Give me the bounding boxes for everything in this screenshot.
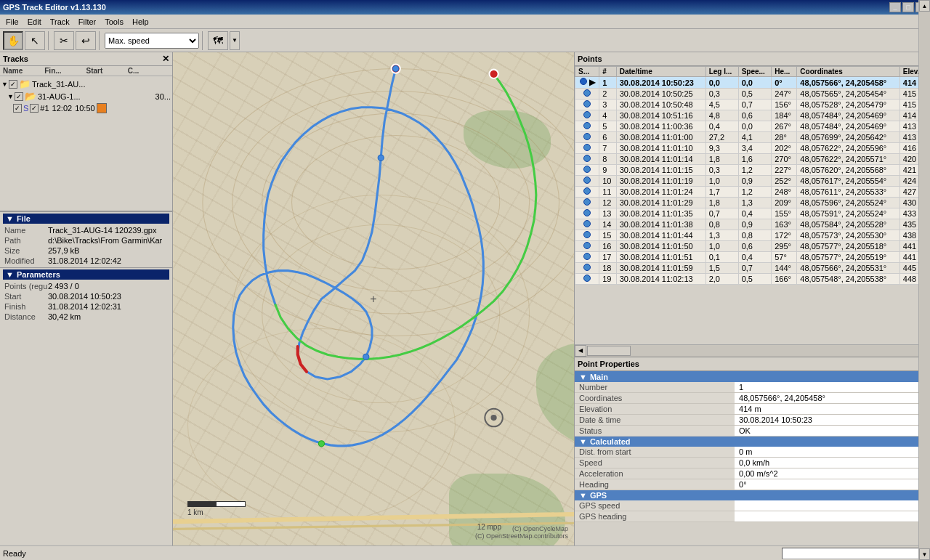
cursor-tool-button[interactable]: ↖ (25, 31, 45, 50)
params-collapse-icon: ▼ (6, 270, 14, 279)
menu-track[interactable]: Track (46, 17, 74, 27)
expand-arrow-root[interactable]: ▼ (1, 81, 8, 88)
menu-edit[interactable]: Edit (23, 17, 46, 27)
table-row[interactable]: 11 30.08.2014 11:01:24 1,7 1,2 248° 48,0… (575, 187, 930, 198)
cell-num: 17 (599, 252, 617, 263)
col-speed: Spee... (738, 67, 772, 77)
gps-section-collapse: ▼ (579, 491, 587, 500)
menu-tools[interactable]: Tools (100, 17, 128, 27)
map-scale: 1 km (187, 501, 246, 516)
table-row[interactable]: 3 30.08.2014 10:50:48 4,5 0,7 156° 48,05… (575, 100, 930, 110)
undo-tool-button[interactable]: ↩ (76, 31, 96, 50)
track-item-1[interactable]: ✓ S ✓ #1 12:02 10:50 (13, 102, 171, 114)
status-input[interactable] (782, 548, 927, 559)
cell-datetime: 30.08.2014 10:50:48 (616, 100, 705, 110)
table-row[interactable]: ▶ 1 30.08.2014 10:50:23 0,0 0,0 0° 48,05… (575, 77, 930, 89)
points-table-wrapper[interactable]: S... # Date/time Leg l... Spee... He... … (575, 66, 930, 344)
hand-tool-button[interactable]: ✋ (3, 31, 23, 50)
table-row[interactable]: 10 30.08.2014 11:01:19 1,0 0,9 252° 48,0… (575, 176, 930, 187)
cell-heading: 209° (772, 198, 797, 208)
cell-num: 7 (599, 143, 617, 154)
file-value-path: d:\Bike\Tracks\From Garmin\Kar (48, 236, 162, 245)
speed-select[interactable]: Max. speed Average speed Elevation (105, 33, 199, 49)
points-panel-header: Points ✕ (575, 52, 930, 66)
track-checkbox-folder[interactable]: ✓ (15, 92, 23, 101)
cell-heading: 227° (772, 165, 797, 176)
hscroll-thumb[interactable] (587, 346, 631, 356)
table-row[interactable]: 12 30.08.2014 11:01:29 1,8 1,3 209° 48,0… (575, 198, 930, 208)
menu-file[interactable]: File (1, 17, 23, 27)
params-section-title: Parameters (17, 270, 60, 279)
tracks-columns: Name Fin... Start C... (0, 66, 172, 76)
table-row[interactable]: 18 30.08.2014 11:01:59 1,5 0,7 144° 48,0… (575, 263, 930, 274)
cell-speed: 0,7 (738, 100, 772, 110)
cell-speed: 0,0 (738, 121, 772, 132)
track-checkbox-root[interactable]: ✓ (9, 80, 17, 89)
gps-section-header[interactable]: ▼ GPS (575, 490, 930, 500)
table-row[interactable]: 4 30.08.2014 10:51:16 4,8 0,6 184° 48,05… (575, 110, 930, 121)
cell-sel: ▶ (575, 77, 599, 89)
table-row[interactable]: 8 30.08.2014 11:01:14 1,8 1,6 270° 48,05… (575, 154, 930, 165)
maximize-button[interactable]: □ (902, 2, 914, 12)
track-folder-value: 30... (155, 92, 171, 101)
cell-coords: 48,057484°, 24,205469° (797, 110, 899, 121)
track-folder-1[interactable]: ▼ ✓ 📂 31-AUG-1... 30... (7, 90, 171, 102)
file-section-header[interactable]: ▼ File (3, 214, 169, 224)
prop-number-label: Number (575, 382, 735, 393)
table-row[interactable]: 5 30.08.2014 11:00:36 0,4 0,0 267° 48,05… (575, 121, 930, 132)
table-row[interactable]: 17 30.08.2014 11:01:51 0,1 0,4 57° 48,05… (575, 252, 930, 263)
table-row[interactable]: 6 30.08.2014 11:01:00 27,2 4,1 28° 48,05… (575, 132, 930, 143)
cell-num: 5 (599, 121, 617, 132)
hscroll-track[interactable] (586, 345, 918, 357)
table-row[interactable]: 14 30.08.2014 11:01:38 0,8 0,9 163° 48,0… (575, 219, 930, 230)
minimize-button[interactable]: _ (889, 2, 901, 12)
cell-sel (575, 198, 599, 208)
track-vis-checkbox[interactable]: ✓ (30, 104, 39, 113)
menu-help[interactable]: Help (128, 17, 153, 27)
params-panel: ▼ Parameters Points (regu 2 493 / 0 Star… (0, 268, 172, 545)
expand-arrow-folder[interactable]: ▼ (7, 93, 14, 100)
cell-num: 4 (599, 110, 617, 121)
table-row[interactable]: 16 30.08.2014 11:01:50 1,0 0,6 295° 48,0… (575, 241, 930, 252)
cell-heading: 270° (772, 154, 797, 165)
cell-heading: 144° (772, 263, 797, 274)
prop-number-value: 1 (735, 382, 930, 393)
main-section-title: Main (590, 373, 608, 381)
hscroll-left-button[interactable]: ◀ (575, 345, 586, 357)
map-area[interactable]: + 1 km 12 mpp (C) OpenCycleMap (C) OpenS… (173, 52, 574, 545)
params-section-header[interactable]: ▼ Parameters (3, 269, 169, 280)
folder-icon-1: 📂 (25, 91, 36, 102)
tracks-panel-header: Tracks ✕ (0, 52, 172, 66)
cell-speed: 3,4 (738, 143, 772, 154)
map-dropdown-button[interactable]: ▼ (230, 31, 240, 50)
table-row[interactable]: 2 30.08.2014 10:50:25 0,3 0,5 247° 48,05… (575, 89, 930, 100)
tracks-panel-close[interactable]: ✕ (162, 54, 169, 64)
props-scroll-track[interactable] (919, 357, 930, 545)
prop-acceleration-label: Acceleration (575, 468, 735, 479)
cell-speed: 0,6 (738, 241, 772, 252)
calculated-section-collapse: ▼ (579, 437, 587, 446)
props-scrollbar[interactable]: ▲ ▼ (918, 357, 930, 545)
map-button[interactable]: 🗺 (208, 31, 228, 50)
table-row[interactable]: 7 30.08.2014 11:01:10 9,3 3,4 202° 48,05… (575, 143, 930, 154)
cut-tool-button[interactable]: ✂ (54, 31, 74, 50)
cell-heading: 166° (772, 274, 797, 285)
table-row[interactable]: 9 30.08.2014 11:01:15 0,3 1,2 227° 48,05… (575, 165, 930, 176)
cell-coords: 48,057591°, 24,205524° (797, 208, 899, 219)
calculated-section-header[interactable]: ▼ Calculated (575, 437, 930, 447)
track-group-root[interactable]: ▼ ✓ 📁 Track_31-AU... (1, 78, 171, 90)
table-row[interactable]: 15 30.08.2014 11:01:44 1,3 0,8 172° 48,0… (575, 230, 930, 241)
table-row[interactable]: 13 30.08.2014 11:01:35 0,7 0,4 155° 48,0… (575, 208, 930, 219)
table-row[interactable]: 19 30.08.2014 11:02:13 2,0 0,5 166° 48,0… (575, 274, 930, 285)
cell-sel (575, 132, 599, 143)
horizontal-scrollbar[interactable]: ◀ ▶ (575, 344, 930, 356)
main-section-header[interactable]: ▼ Main ⬆ (575, 371, 930, 382)
track-color-swatch[interactable] (97, 103, 107, 113)
menu-filter[interactable]: Filter (74, 17, 100, 27)
track-checkbox-1[interactable]: ✓ (13, 104, 22, 113)
cell-heading: 0° (772, 77, 797, 89)
col-datetime: Date/time (616, 67, 705, 77)
cell-sel (575, 143, 599, 154)
toolbar: ✋ ↖ ✂ ↩ Max. speed Average speed Elevati… (0, 29, 930, 52)
cell-datetime: 30.08.2014 11:01:38 (616, 219, 705, 230)
